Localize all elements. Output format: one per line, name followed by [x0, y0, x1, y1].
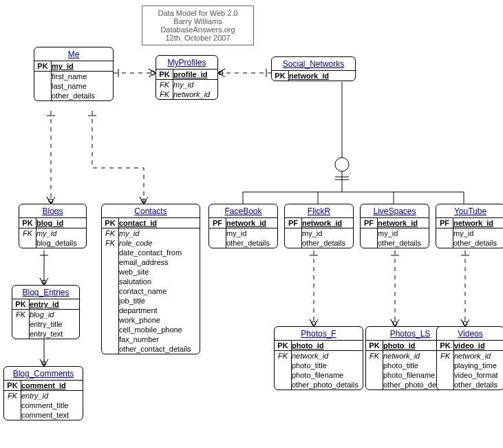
field-photo-filename: photo_filename — [292, 371, 347, 379]
field-network-id: network_id — [383, 352, 424, 360]
field-network-id: network_id — [378, 219, 422, 227]
field-my-id: my_id — [378, 229, 402, 237]
field-photo-id: photo_id — [383, 341, 419, 350]
field-blog-id: blog_id — [36, 219, 67, 227]
field-other-details: other_details — [302, 239, 350, 247]
entity-flickr[interactable]: FlickR PF network_id my_id other_details — [284, 204, 354, 248]
field-entry-title: entry_title — [30, 320, 67, 328]
svg-point-33 — [393, 321, 397, 326]
field-photo-filename: photo_filename — [383, 371, 439, 379]
field-network-id: network_id — [454, 352, 495, 360]
field-other-contact-details: other_contact_details — [119, 345, 195, 353]
entity-livespaces[interactable]: LiveSpaces PF network_id my_id other_det… — [360, 204, 429, 248]
entity-facebook[interactable]: FaceBook PF network_id my_id other_detai… — [208, 204, 278, 248]
entity-title: Blogs — [19, 204, 86, 218]
svg-point-36 — [463, 321, 467, 326]
entity-blog-entries[interactable]: Blog_Entries PK FK entry_id blog_id entr… — [12, 285, 80, 339]
note-line-4: 12th. October 2007 — [148, 34, 248, 42]
field-other-details: other_details — [454, 381, 502, 389]
entity-title: LiveSpaces — [361, 204, 429, 218]
field-my-id: my_id — [453, 229, 478, 237]
field-my-id: my_id — [226, 229, 250, 237]
svg-point-18 — [335, 158, 349, 171]
svg-point-13 — [42, 280, 46, 284]
field-my-id: my_id — [173, 81, 197, 89]
svg-point-2 — [151, 71, 155, 75]
svg-point-16 — [42, 361, 46, 365]
entity-title: Social_Networks — [272, 57, 355, 71]
field-email-address: email_address — [119, 258, 173, 266]
entity-blogs[interactable]: Blogs PK FK blog_id my_id blog_details — [19, 204, 87, 248]
field-video-format: video_format — [454, 371, 502, 379]
entity-title: Blog_Comments — [4, 367, 83, 381]
field-salutation: salutation — [119, 277, 156, 286]
field-network-id: network_id — [226, 219, 270, 227]
field-contact-id: contact_id — [119, 219, 161, 227]
entity-title: FlickR — [285, 204, 353, 218]
field-fax-number: fax_number — [119, 335, 163, 343]
entity-blog-comments[interactable]: Blog_Comments PK FK comment_id entry_id … — [3, 366, 83, 420]
entity-title: Photos_F — [275, 327, 363, 341]
field-other-details: other_details — [453, 239, 501, 247]
field-department: department — [119, 306, 162, 314]
svg-point-8 — [49, 199, 53, 203]
field-network-id: network_id — [289, 72, 333, 80]
field-my-id: my_id — [36, 229, 61, 237]
entity-title: YouTube — [436, 204, 503, 218]
field-profile-id: profile_id — [173, 70, 212, 78]
entity-photos-f[interactable]: Photos_F PK FK photo_id network_id photo… — [274, 326, 363, 390]
field-photo-title: photo_title — [292, 361, 331, 370]
field-date-contact-from: date_contact_from — [119, 248, 186, 257]
note-line-1: Data Model for Web 2.0 — [148, 9, 248, 17]
field-my-id: my_id — [302, 229, 326, 237]
field-my-id: my_id — [119, 229, 143, 237]
field-network-id: network_id — [173, 90, 214, 98]
field-photo-title: photo_title — [383, 361, 422, 370]
entity-youtube[interactable]: YouTube PF network_id my_id other_detail… — [436, 204, 503, 248]
field-entry-id: entry_id — [21, 392, 52, 400]
field-cell-mobile-phone: cell_mobile_phone — [119, 326, 186, 334]
field-job-title: job_title — [119, 297, 149, 305]
entity-title: Me — [34, 47, 113, 61]
field-contact-name: contact_name — [119, 287, 171, 295]
svg-point-30 — [312, 321, 316, 326]
field-other-details: other_details — [378, 239, 425, 247]
field-network-id: network_id — [302, 219, 346, 227]
note-line-3: DatabaseAnswers.org — [148, 25, 248, 34]
field-other-details: other_details — [226, 239, 274, 247]
field-blog-details: blog_details — [36, 239, 81, 247]
entity-title: FaceBook — [209, 204, 277, 218]
entity-title: Blog_Entries — [12, 286, 79, 299]
field-entry-text: entry_text — [30, 330, 67, 338]
field-video-id: video_id — [454, 341, 489, 350]
field-blog-id: blog_id — [30, 310, 58, 319]
field-comment-title: comment_title — [21, 401, 72, 409]
svg-point-10 — [142, 199, 146, 203]
field-photo-id: photo_id — [292, 341, 328, 350]
field-other-photo-details: other_photo_details — [292, 381, 363, 389]
field-role-code: role_code — [119, 239, 156, 247]
entity-me[interactable]: Me PK my_id first_name last_name other_d… — [34, 47, 114, 101]
entity-myprofiles[interactable]: MyProfiles PK FK FK profile_id my_id net… — [156, 55, 218, 100]
entity-title: Contacts — [102, 204, 200, 218]
field-network-id: network_id — [453, 219, 497, 227]
svg-point-5 — [219, 71, 223, 75]
field-web-site: web_site — [119, 268, 153, 276]
field-first-name: first_name — [52, 72, 91, 81]
field-playing-time: playing_time — [454, 361, 501, 370]
diagram-header-note: Data Model for Web 2.0 Barry Williams Da… — [142, 6, 254, 45]
entity-contacts[interactable]: Contacts PK FK FK contact_id my_id role_… — [101, 204, 200, 354]
field-my-id: my_id — [52, 62, 78, 70]
field-comment-text: comment_text — [21, 411, 73, 419]
field-last-name: last_name — [52, 82, 91, 90]
field-entry-id: entry_id — [30, 300, 63, 308]
field-network-id: network_id — [292, 352, 332, 360]
field-work-phone: work_phone — [119, 316, 164, 324]
entity-title: MyProfiles — [156, 56, 217, 70]
note-line-2: Barry Williams — [148, 17, 248, 25]
entity-videos[interactable]: Videos PK FK video_id network_id playing… — [436, 326, 503, 390]
field-comment-id: comment_id — [21, 381, 70, 390]
entity-social-networks[interactable]: Social_Networks PK network_id — [271, 56, 356, 81]
entity-title: Videos — [437, 327, 503, 341]
field-other-details: other_details — [52, 92, 99, 100]
